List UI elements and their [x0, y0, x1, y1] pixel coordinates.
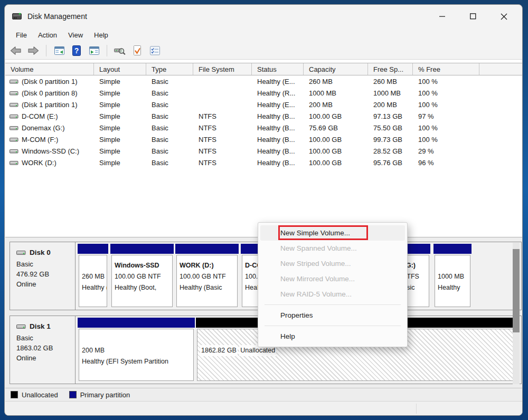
partition-size: 200 MB	[82, 345, 192, 356]
layout-cell: Simple	[94, 147, 146, 155]
disk-icon	[16, 323, 26, 330]
menu-item-new-striped-volume: New Striped Volume...	[258, 256, 407, 271]
volume-name: (Disk 0 partition 1)	[22, 78, 77, 85]
partition-box[interactable]: 1000 MB Healthy	[433, 244, 472, 308]
column-header-empty[interactable]	[479, 63, 523, 75]
back-button[interactable]	[9, 44, 23, 58]
minimize-button[interactable]	[427, 5, 458, 28]
table-row[interactable]: D-COM (E:) Simple Basic NTFS Healthy (B.…	[5, 110, 523, 122]
menu-item-new-simple-volume[interactable]: New Simple Volume...	[260, 225, 405, 241]
type-cell: Basic	[146, 89, 193, 97]
column-header-status[interactable]: Status	[252, 63, 304, 75]
disk-kind: Basic	[16, 259, 75, 269]
menu-bar: File Action View Help	[5, 28, 522, 42]
layout-cell: Simple	[94, 101, 146, 109]
disk-0-info[interactable]: Disk 0 Basic 476.92 GB Online	[10, 242, 76, 310]
context-menu: New Simple Volume... New Spanned Volume.…	[258, 222, 408, 347]
column-header-type[interactable]: Type	[146, 63, 193, 75]
legend-bar: Unallocated Primary partition	[5, 388, 523, 401]
disk-size: 476.92 GB	[16, 269, 75, 279]
capacity-cell: 100.00 GB	[304, 136, 368, 144]
capacity-cell: 100.00 GB	[304, 112, 368, 120]
disk-1-info[interactable]: Disk 1 Basic 1863.02 GB Online	[10, 316, 76, 384]
task-list-button[interactable]	[148, 44, 162, 58]
toolbar-separator	[107, 45, 107, 56]
pct-cell: 96 %	[413, 159, 479, 167]
table-row[interactable]: Windows-SSD (C:) Simple Basic NTFS Healt…	[5, 145, 523, 157]
free-cell: 200 MB	[368, 101, 413, 109]
table-row[interactable]: (Disk 0 partition 1) Simple Basic Health…	[5, 75, 523, 87]
fs-cell: NTFS	[193, 159, 252, 167]
primary-partition-header	[78, 244, 108, 254]
pct-cell: 100 %	[413, 124, 479, 132]
partition-box[interactable]: Windows-SSD 100.00 GB NTF Healthy (Boot,	[110, 244, 174, 308]
primary-partition-header	[110, 244, 174, 254]
show-action-pane-icon	[88, 45, 100, 56]
table-row[interactable]: WORK (D:) Simple Basic NTFS Healthy (B..…	[5, 157, 523, 168]
layout-cell: Simple	[94, 159, 146, 167]
close-button[interactable]	[488, 5, 519, 28]
partition-box[interactable]: 260 MB Healthy (EFI	[78, 244, 108, 308]
menu-action[interactable]: Action	[38, 31, 57, 39]
pct-cell: 97 %	[413, 112, 479, 120]
forward-icon	[27, 45, 40, 56]
fs-cell: NTFS	[193, 136, 252, 144]
unallocated-swatch	[11, 391, 18, 398]
volume-icon	[10, 79, 18, 84]
partition-box[interactable]: WORK (D:) 100.00 GB NTF Healthy (Basic	[175, 244, 239, 308]
layout-cell: Simple	[94, 112, 146, 120]
vertical-scrollbar[interactable]	[513, 243, 520, 384]
status-bar	[5, 401, 523, 416]
menu-item-help[interactable]: Help	[258, 329, 407, 344]
table-row[interactable]: (Disk 0 partition 8) Simple Basic Health…	[5, 87, 523, 99]
pct-cell: 100 %	[413, 101, 479, 109]
volume-name: (Disk 0 partition 8)	[22, 89, 77, 97]
column-header-file-system[interactable]: File System	[193, 63, 252, 75]
type-cell: Basic	[146, 159, 193, 167]
volume-name: Donemax (G:)	[22, 124, 65, 132]
disk-management-window: Disk Management File Action View Help	[4, 4, 523, 416]
pct-cell: 100 %	[413, 78, 479, 85]
disk-status: Online	[16, 279, 75, 289]
scrollbar-thumb[interactable]	[513, 249, 520, 332]
partition-status: Healthy (EFI	[82, 282, 105, 293]
maximize-button[interactable]	[458, 5, 488, 28]
layout-cell: Simple	[94, 89, 146, 97]
partition-box[interactable]: 200 MB Healthy (EFI System Partition	[78, 318, 195, 382]
disk-status: Online	[16, 353, 75, 363]
forward-button[interactable]	[26, 44, 40, 58]
help-button[interactable]: ?	[70, 44, 83, 58]
disk-management-app-icon	[12, 12, 23, 21]
rescan-disks-button[interactable]	[113, 44, 127, 58]
check-document-button[interactable]	[130, 44, 144, 58]
table-row[interactable]: M-COM (F:) Simple Basic NTFS Healthy (B.…	[5, 133, 523, 145]
menu-item-new-raid5-volume: New RAID-5 Volume...	[258, 287, 407, 302]
column-header-volume[interactable]: Volume	[5, 63, 94, 75]
menu-view[interactable]: View	[68, 31, 83, 39]
window-title: Disk Management	[27, 12, 87, 21]
back-icon	[10, 45, 22, 56]
column-header-capacity[interactable]: Capacity	[304, 63, 368, 75]
column-header-free-space[interactable]: Free Sp...	[368, 63, 413, 75]
volume-icon	[10, 137, 18, 142]
table-row[interactable]: Donemax (G:) Simple Basic NTFS Healthy (…	[5, 122, 523, 133]
type-cell: Basic	[146, 101, 193, 109]
show-action-pane-button[interactable]	[87, 44, 101, 58]
partition-status: Healthy (EFI System Partition	[82, 356, 192, 367]
close-icon	[501, 13, 507, 20]
capacity-cell: 75.69 GB	[304, 124, 368, 132]
table-row[interactable]: (Disk 1 partition 1) Simple Basic Health…	[5, 99, 523, 110]
column-header-pct-free[interactable]: % Free	[413, 63, 479, 75]
status-cell: Healthy (B...	[252, 136, 304, 144]
disk-label: Disk 0	[30, 247, 51, 257]
show-console-tree-button[interactable]	[52, 44, 66, 58]
layout-cell: Simple	[94, 78, 146, 85]
menu-help[interactable]: Help	[94, 31, 108, 39]
task-list-icon	[149, 45, 161, 56]
status-cell: Healthy (E...	[252, 78, 304, 85]
menu-file[interactable]: File	[16, 31, 27, 39]
menu-item-properties[interactable]: Properties	[258, 308, 407, 323]
column-header-layout[interactable]: Layout	[94, 63, 146, 75]
toolbar-separator	[46, 45, 46, 56]
volume-icon	[10, 113, 18, 119]
